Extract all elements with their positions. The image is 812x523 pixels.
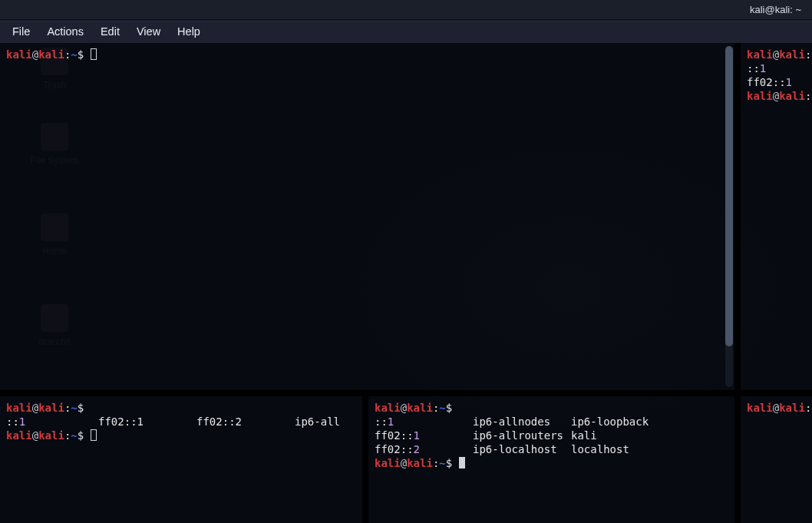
menu-bar: File Actions Edit View Help (0, 20, 812, 43)
pane-bottom-middle[interactable]: kali@kali:~$ ::1ip6-allnodesip6-loopback… (368, 396, 734, 523)
pane-bottom-left[interactable]: kali@kali:~$ ::1ff02::1ff02::2ip6-all ka… (0, 396, 362, 523)
cursor-icon (91, 48, 97, 60)
pane-bottom-right[interactable]: kali@kali:~ (741, 396, 812, 523)
menu-view[interactable]: View (129, 22, 168, 41)
pane-top-left[interactable]: kali@kali:~$ (0, 43, 734, 390)
terminal-output[interactable]: kali@kali:~$ ::1ip6-allnodesip6-loopback… (368, 396, 734, 475)
scrollbar-thumb[interactable] (725, 46, 733, 346)
pane-top-right[interactable]: kali@kali:~ ::1 ff02::1 kali@kali:~ (741, 43, 812, 390)
menu-help[interactable]: Help (170, 22, 208, 41)
menu-edit[interactable]: Edit (93, 22, 127, 41)
cursor-icon (91, 429, 97, 441)
splitter-vertical-right[interactable] (734, 43, 741, 523)
window-titlebar: kali@kali: ~ (0, 0, 812, 20)
scrollbar[interactable] (725, 46, 733, 387)
terminal-output[interactable]: kali@kali:~ (741, 396, 812, 419)
terminal-output[interactable]: kali@kali:~ ::1 ff02::1 kali@kali:~ (741, 43, 812, 108)
terminal-panes: kali@kali:~$ kali@kali:~ ::1 ff02::1 kal… (0, 43, 812, 523)
terminal-output[interactable]: kali@kali:~$ ::1ff02::1ff02::2ip6-all ka… (0, 396, 362, 447)
menu-file[interactable]: File (5, 22, 38, 41)
splitter-horizontal[interactable] (0, 390, 812, 396)
cursor-icon (459, 457, 465, 468)
splitter-vertical-mid[interactable] (362, 396, 368, 523)
terminal-output[interactable]: kali@kali:~$ (0, 43, 734, 66)
window-title: kali@kali: ~ (750, 4, 801, 15)
menu-actions[interactable]: Actions (39, 22, 91, 41)
